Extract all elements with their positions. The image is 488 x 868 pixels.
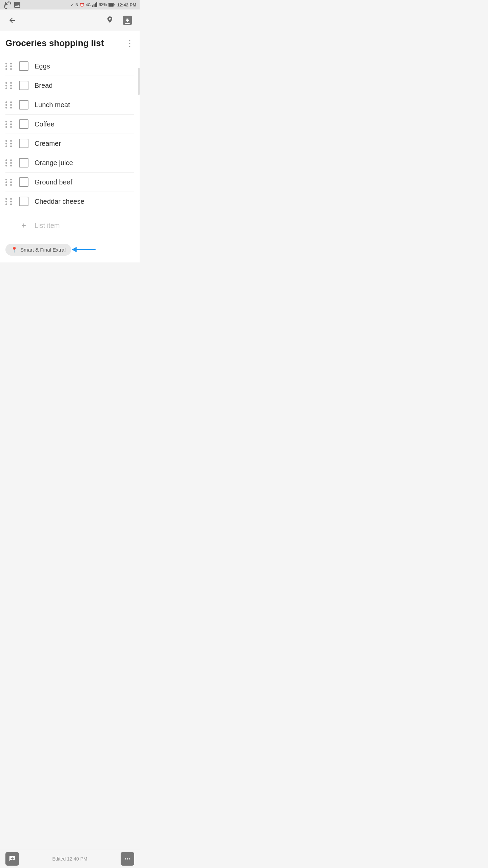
svg-rect-6 xyxy=(114,4,115,5)
list-item[interactable]: Coffee xyxy=(5,115,134,134)
item-checkbox[interactable] xyxy=(19,197,28,206)
item-checkbox[interactable] xyxy=(19,158,28,167)
alarm-icon: ⏰ xyxy=(80,3,84,7)
main-content: Groceries shopping list ⋮ EggsBreadLunch… xyxy=(0,31,140,237)
svg-rect-3 xyxy=(96,2,97,7)
item-checkbox[interactable] xyxy=(19,61,28,71)
drag-handle[interactable] xyxy=(5,63,14,70)
scrollbar[interactable] xyxy=(138,68,140,95)
item-label: Ground beef xyxy=(35,178,72,186)
add-item-row[interactable]: + List item xyxy=(5,215,134,237)
item-label: Coffee xyxy=(35,120,55,128)
blue-arrow-icon xyxy=(75,249,96,250)
drag-handle[interactable] xyxy=(5,198,14,205)
svg-rect-5 xyxy=(109,3,113,6)
signal-bars-icon xyxy=(92,2,98,7)
svg-rect-0 xyxy=(92,5,93,7)
drag-handle[interactable] xyxy=(5,179,14,186)
status-bar: ✓ N ⏰ 4G 93% 12:42 PM xyxy=(0,0,140,9)
item-checkbox[interactable] xyxy=(19,177,28,187)
download-icon-button[interactable] xyxy=(121,14,134,27)
location-tag[interactable]: 📍 Smart & Final Extra! xyxy=(5,244,71,256)
status-left xyxy=(3,1,21,9)
add-icon[interactable]: + xyxy=(19,221,28,230)
shopping-list: EggsBreadLunch meatCoffeeCreamerOrange j… xyxy=(5,57,134,215)
title-row: Groceries shopping list ⋮ xyxy=(5,38,134,48)
location-pin-icon: 📍 xyxy=(11,246,18,253)
item-label: Bread xyxy=(35,82,53,90)
list-item[interactable]: Ground beef xyxy=(5,173,134,192)
anchor-icon-button[interactable] xyxy=(103,14,117,27)
svg-rect-1 xyxy=(94,4,95,7)
clock-time: 12:42 PM xyxy=(117,2,136,7)
list-item[interactable]: Bread xyxy=(5,76,134,95)
list-item[interactable]: Cheddar cheese xyxy=(5,192,134,211)
network-icon: 4G xyxy=(86,3,91,7)
wrench-icon xyxy=(3,1,12,9)
more-options-button[interactable]: ⋮ xyxy=(126,39,134,48)
page-title: Groceries shopping list xyxy=(5,38,104,48)
item-label: Cheddar cheese xyxy=(35,198,84,205)
list-item[interactable]: Orange juice xyxy=(5,153,134,173)
back-button[interactable] xyxy=(5,14,19,27)
item-checkbox[interactable] xyxy=(19,81,28,90)
status-right: ✓ N ⏰ 4G 93% 12:42 PM xyxy=(70,2,136,7)
location-section: 📍 Smart & Final Extra! xyxy=(0,237,140,262)
drag-handle[interactable] xyxy=(5,140,14,147)
add-item-placeholder[interactable]: List item xyxy=(35,222,60,230)
nfc-icon: N xyxy=(76,3,78,7)
arrow-pointer xyxy=(75,249,96,250)
list-item[interactable]: Eggs xyxy=(5,57,134,76)
item-label: Eggs xyxy=(35,62,50,70)
drag-handle[interactable] xyxy=(5,101,14,108)
location-name: Smart & Final Extra! xyxy=(20,247,66,253)
item-checkbox[interactable] xyxy=(19,100,28,110)
drag-handle[interactable] xyxy=(5,159,14,166)
image-icon xyxy=(13,1,21,9)
item-label: Creamer xyxy=(35,140,61,147)
bluetooth-icon: ✓ xyxy=(70,2,74,7)
list-item[interactable]: Lunch meat xyxy=(5,95,134,115)
item-label: Lunch meat xyxy=(35,101,70,109)
battery-text: 93% xyxy=(99,2,107,7)
nav-bar xyxy=(0,9,140,31)
svg-rect-2 xyxy=(95,3,96,7)
battery-icon xyxy=(108,3,115,7)
item-checkbox[interactable] xyxy=(19,119,28,129)
item-label: Orange juice xyxy=(35,159,73,167)
drag-handle[interactable] xyxy=(5,82,14,89)
list-item[interactable]: Creamer xyxy=(5,134,134,153)
item-checkbox[interactable] xyxy=(19,139,28,148)
drag-handle[interactable] xyxy=(5,121,14,128)
